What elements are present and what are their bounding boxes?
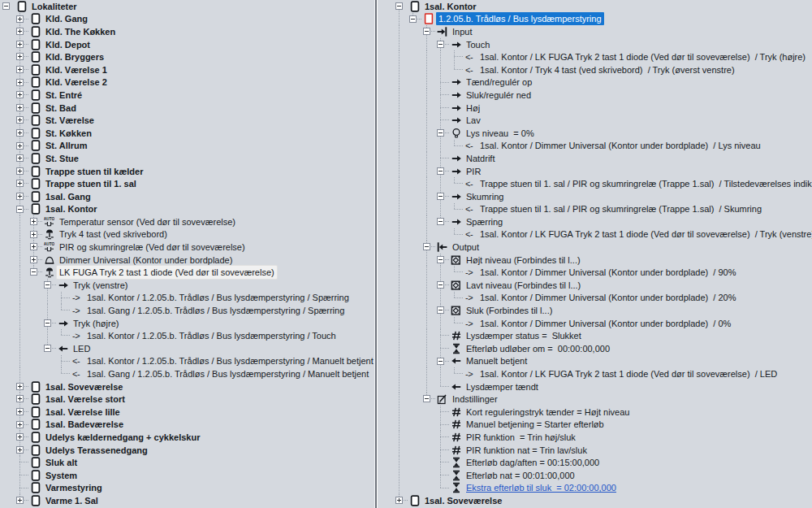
expander-minus-icon[interactable] [437,129,444,137]
tree-item-label[interactable]: Tryk 4 tast (ved skrivebord) [57,228,170,241]
tree-item-label[interactable]: Højt niveau (Forbindes til l...) [464,254,583,267]
tree-item-label[interactable]: Tryk (venstre) [71,279,130,292]
tree-item-label[interactable]: Efterløb udløber om = 00:00:00,000 [464,342,612,355]
tree-item-label[interactable]: St. Stue [43,152,81,165]
tree-item-label[interactable]: Dimmer Universal (Kontor under bordplade… [57,254,235,267]
tree-item-label[interactable]: Kld. Værelse 2 [43,76,110,89]
tree-item-label[interactable]: 1sal. Gang / 1.2.05.b. Trådløs / Bus lys… [84,367,371,380]
expander-plus-icon[interactable] [16,497,24,504]
expander-plus-icon[interactable] [16,66,24,73]
expander-plus-icon[interactable] [16,116,24,124]
tree-item-label[interactable]: Lysdæmper status = Slukket [464,329,584,342]
expander-minus-icon[interactable] [409,15,417,23]
tree-item-label[interactable]: Lav [464,114,483,127]
tree-item-label[interactable]: St. Værelse [43,114,97,127]
tree-item-label[interactable]: 1.2.05.b. Trådløs / Bus lysdæmperstyring [436,12,604,25]
tree-item-label[interactable]: Efterløb nat = 00:01:00,000 [464,469,577,482]
tree-item-label[interactable]: 1sal. Kontor / 1.2.05.b. Trådløs / Bus l… [84,291,352,304]
tree-item-label[interactable]: PIR og skumringrelæ (Ved dør til sovevær… [57,241,248,254]
tree-item-label[interactable]: St. Allrum [43,139,90,152]
tree-item-label[interactable]: 1sal. Kontor / LK FUGA Tryk 2 tast 1 dio… [477,228,812,241]
tree-item-label[interactable]: Natdrift [464,152,497,165]
expander-plus-icon[interactable] [16,53,24,60]
expander-minus-icon[interactable] [437,256,444,263]
tree-item-label[interactable]: Sluk alt [43,456,80,469]
tree-item-label[interactable]: Varme 1. Sal [43,494,101,507]
tree-item-label[interactable]: 1sal. Kontor / Dimmer Universal (Kontor … [477,266,738,279]
tree-item-label[interactable]: Manuelt betjent [464,354,529,367]
tree-item-label[interactable]: St. Køkken [43,127,94,140]
tree-item-label[interactable]: 1sal. Værelse lille [43,406,123,419]
tree-item-label[interactable]: Udelys Terassenedgang [43,444,150,457]
expander-minus-icon[interactable] [437,193,444,200]
tree-item-label[interactable]: Lokaliteter [29,0,80,13]
tree-item-label[interactable]: Ekstra efterløb til sluk = 02:00:00,000 [464,481,619,494]
tree-item-label[interactable]: Kld. Depot [43,38,93,51]
expander-minus-icon[interactable] [44,319,51,327]
expander-plus-icon[interactable] [16,41,24,48]
tree-item-label[interactable]: Spærring [464,215,505,228]
tree-item-label[interactable]: 1sal. Kontor [422,0,479,13]
expander-plus-icon[interactable] [16,446,24,454]
expander-plus-icon[interactable] [16,167,24,175]
expander-minus-icon[interactable] [16,206,24,213]
tree-item-label[interactable]: Output [450,241,482,254]
tree-item-label[interactable]: Manuel betjening = Starter efterløb [464,418,607,431]
tree-item-label[interactable]: Skumring [464,190,506,203]
expander-plus-icon[interactable] [16,104,24,111]
expander-minus-icon[interactable] [423,28,430,35]
expander-minus-icon[interactable] [437,41,444,48]
expander-plus-icon[interactable] [16,79,24,86]
tree-item-label[interactable]: 1sal. Kontor / Tryk 4 tast (ved skrivebo… [477,63,737,76]
tree-item-label[interactable]: 1sal. Kontor / LK FUGA Tryk 2 tast 1 dio… [477,50,808,63]
tree-item-label[interactable]: 1sal. Gang / 1.2.05.b. Trådløs / Bus lys… [84,304,347,317]
expander-minus-icon[interactable] [395,2,403,10]
expander-plus-icon[interactable] [16,15,24,23]
tree-item-label[interactable]: 1sal. Kontor [43,202,100,215]
expander-minus-icon[interactable] [30,268,37,276]
expander-minus-icon[interactable] [437,306,444,314]
expander-plus-icon[interactable] [30,243,37,250]
tree-item-label[interactable]: 1sal. Kontor / 1.2.05.b. Trådløs / Bus l… [84,329,339,342]
expander-plus-icon[interactable] [16,180,24,187]
expander-plus-icon[interactable] [30,218,37,225]
expander-minus-icon[interactable] [437,167,444,175]
tree-item-label[interactable]: PIR [464,165,483,178]
tree-item-label[interactable]: 1sal. Værelse stort [43,393,127,406]
tree-item-label[interactable]: Trappe stuen til 1. sal / PIR og skumrin… [477,202,764,215]
expander-minus-icon[interactable] [2,2,10,10]
expander-plus-icon[interactable] [30,231,37,238]
tree-item-label[interactable]: St. Entré [43,89,84,102]
tree-item-label[interactable]: 1sal. Gang [43,190,93,203]
expander-plus-icon[interactable] [16,383,24,390]
tree-item-label[interactable]: System [43,469,80,482]
tree-item-label[interactable]: Efterløb dag/aften = 00:15:00,000 [464,456,602,469]
tree-item-label[interactable]: Kld. Værelse 1 [43,63,110,76]
expander-minus-icon[interactable] [437,358,444,365]
expander-plus-icon[interactable] [16,421,24,428]
tree-item-label[interactable]: Tænd/regulér op [464,76,534,89]
expander-minus-icon[interactable] [437,218,444,225]
tree-item-label[interactable]: Touch [464,38,492,51]
tree-item-label[interactable]: Trappe stuen til 1. sal [43,177,139,190]
tree-item-label[interactable]: PIR funktion = Trin høj/sluk [464,431,578,444]
tree-item-label[interactable]: Udelys kældernedgang + cykkelskur [43,431,202,444]
tree-item-label[interactable]: Kld. Gang [43,12,90,25]
tree-item-label[interactable]: 1sal. Soveværelse [422,494,504,507]
tree-item-label[interactable]: Lysdæmper tændt [464,380,541,393]
tree-item-label[interactable]: 1sal. Kontor / Dimmer Universal (Kontor … [477,291,738,304]
tree-item-label[interactable]: 1sal. Kontor / 1.2.05.b. Trådløs / Bus l… [84,354,374,367]
expander-plus-icon[interactable] [16,193,24,200]
tree-item-label[interactable]: LK FUGA Tryk 2 tast 1 diode (Ved dør til… [57,266,277,279]
tree-item-label[interactable]: Kld. Bryggers [43,50,106,63]
tree-item-label[interactable]: Trappe stuen til kælder [43,165,145,178]
tree-item-label[interactable]: Varmestyring [43,481,105,494]
tree-item-label[interactable]: Lys niveau = 0% [464,127,537,140]
tree-item-label[interactable]: 1sal. Badeværelse [43,418,126,431]
tree-item-label[interactable]: 1sal. Kontor / LK FUGA Tryk 2 tast 1 dio… [477,367,780,380]
tree-item-label[interactable]: Indstillinger [450,393,500,406]
tree-item-label[interactable]: Temperatur sensor (Ved dør til soveværel… [57,215,238,228]
tree-item-label[interactable]: 1sal. Kontor / Dimmer Universal (Kontor … [477,139,763,152]
expander-minus-icon[interactable] [423,243,430,250]
tree-item-label[interactable]: Tryk (højre) [71,317,121,330]
